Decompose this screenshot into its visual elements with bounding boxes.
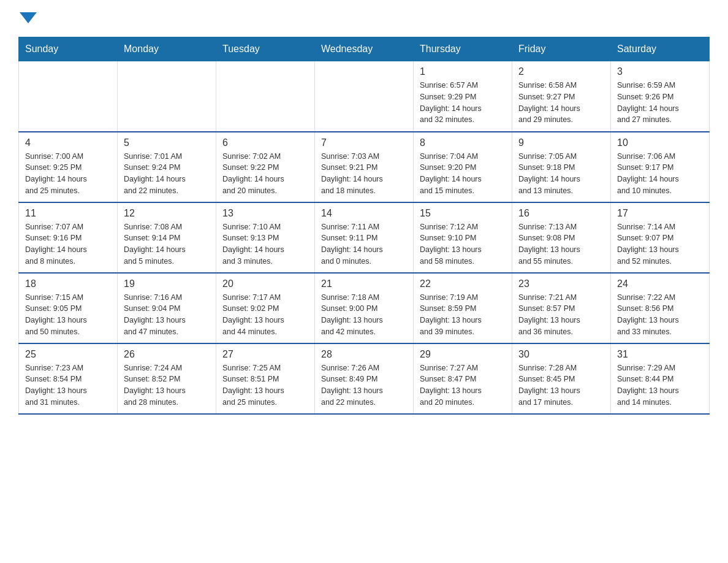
calendar-cell: 27Sunrise: 7:25 AM Sunset: 8:51 PM Dayli… (216, 343, 315, 414)
week-row-5: 25Sunrise: 7:23 AM Sunset: 8:54 PM Dayli… (19, 343, 710, 414)
day-number: 15 (420, 208, 506, 219)
day-number: 19 (124, 278, 210, 289)
calendar-cell: 7Sunrise: 7:03 AM Sunset: 9:21 PM Daylig… (315, 132, 414, 202)
day-info: Sunrise: 7:23 AM Sunset: 8:54 PM Dayligh… (25, 362, 111, 408)
day-number: 26 (124, 349, 210, 360)
day-number: 10 (617, 137, 703, 148)
day-number: 3 (617, 66, 703, 77)
day-info: Sunrise: 7:00 AM Sunset: 9:25 PM Dayligh… (25, 151, 111, 197)
calendar-cell: 17Sunrise: 7:14 AM Sunset: 9:07 PM Dayli… (611, 202, 710, 273)
calendar-cell: 12Sunrise: 7:08 AM Sunset: 9:14 PM Dayli… (118, 202, 216, 273)
calendar-cell: 19Sunrise: 7:16 AM Sunset: 9:04 PM Dayli… (118, 273, 216, 343)
calendar-cell: 4Sunrise: 7:00 AM Sunset: 9:25 PM Daylig… (19, 132, 118, 202)
calendar-cell: 23Sunrise: 7:21 AM Sunset: 8:57 PM Dayli… (512, 273, 611, 343)
calendar-table: SundayMondayTuesdayWednesdayThursdayFrid… (18, 37, 710, 415)
calendar-cell: 3Sunrise: 6:59 AM Sunset: 9:26 PM Daylig… (611, 61, 710, 132)
day-info: Sunrise: 7:11 AM Sunset: 9:11 PM Dayligh… (321, 221, 407, 267)
day-number: 25 (25, 349, 111, 360)
calendar-cell: 25Sunrise: 7:23 AM Sunset: 8:54 PM Dayli… (19, 343, 118, 414)
day-info: Sunrise: 7:02 AM Sunset: 9:22 PM Dayligh… (222, 151, 308, 197)
calendar-cell: 14Sunrise: 7:11 AM Sunset: 9:11 PM Dayli… (315, 202, 414, 273)
day-number: 20 (222, 278, 308, 289)
weekday-header-sunday: Sunday (19, 37, 118, 61)
day-number: 30 (518, 349, 604, 360)
weekday-header-wednesday: Wednesday (315, 37, 414, 61)
day-number: 4 (25, 137, 111, 148)
day-number: 23 (518, 278, 604, 289)
calendar-cell: 30Sunrise: 7:28 AM Sunset: 8:45 PM Dayli… (512, 343, 611, 414)
day-info: Sunrise: 7:28 AM Sunset: 8:45 PM Dayligh… (518, 362, 604, 408)
calendar-cell: 1Sunrise: 6:57 AM Sunset: 9:29 PM Daylig… (414, 61, 512, 132)
weekday-header-monday: Monday (118, 37, 216, 61)
calendar-cell: 13Sunrise: 7:10 AM Sunset: 9:13 PM Dayli… (216, 202, 315, 273)
day-number: 27 (222, 349, 308, 360)
day-info: Sunrise: 7:07 AM Sunset: 9:16 PM Dayligh… (25, 221, 111, 267)
day-number: 13 (222, 208, 308, 219)
calendar-cell (315, 61, 414, 132)
page-header (18, 12, 710, 25)
day-number: 8 (420, 137, 506, 148)
calendar-cell: 20Sunrise: 7:17 AM Sunset: 9:02 PM Dayli… (216, 273, 315, 343)
weekday-header-saturday: Saturday (611, 37, 710, 61)
day-number: 28 (321, 349, 407, 360)
day-number: 21 (321, 278, 407, 289)
day-number: 31 (617, 349, 703, 360)
calendar-cell: 10Sunrise: 7:06 AM Sunset: 9:17 PM Dayli… (611, 132, 710, 202)
day-info: Sunrise: 7:06 AM Sunset: 9:17 PM Dayligh… (617, 151, 703, 197)
day-info: Sunrise: 7:19 AM Sunset: 8:59 PM Dayligh… (420, 292, 506, 338)
calendar-cell: 28Sunrise: 7:26 AM Sunset: 8:49 PM Dayli… (315, 343, 414, 414)
day-info: Sunrise: 7:21 AM Sunset: 8:57 PM Dayligh… (518, 292, 604, 338)
day-number: 18 (25, 278, 111, 289)
calendar-cell: 11Sunrise: 7:07 AM Sunset: 9:16 PM Dayli… (19, 202, 118, 273)
calendar-cell: 5Sunrise: 7:01 AM Sunset: 9:24 PM Daylig… (118, 132, 216, 202)
day-info: Sunrise: 6:57 AM Sunset: 9:29 PM Dayligh… (420, 80, 506, 126)
day-number: 17 (617, 208, 703, 219)
day-info: Sunrise: 7:01 AM Sunset: 9:24 PM Dayligh… (124, 151, 210, 197)
day-info: Sunrise: 7:25 AM Sunset: 8:51 PM Dayligh… (222, 362, 308, 408)
day-number: 29 (420, 349, 506, 360)
day-number: 9 (518, 137, 604, 148)
day-number: 11 (25, 208, 111, 219)
calendar-cell: 24Sunrise: 7:22 AM Sunset: 8:56 PM Dayli… (611, 273, 710, 343)
calendar-cell: 29Sunrise: 7:27 AM Sunset: 8:47 PM Dayli… (414, 343, 512, 414)
calendar-header: SundayMondayTuesdayWednesdayThursdayFrid… (19, 37, 710, 61)
day-number: 12 (124, 208, 210, 219)
calendar-cell: 18Sunrise: 7:15 AM Sunset: 9:05 PM Dayli… (19, 273, 118, 343)
day-number: 22 (420, 278, 506, 289)
week-row-1: 1Sunrise: 6:57 AM Sunset: 9:29 PM Daylig… (19, 61, 710, 132)
day-info: Sunrise: 6:58 AM Sunset: 9:27 PM Dayligh… (518, 80, 604, 126)
week-row-4: 18Sunrise: 7:15 AM Sunset: 9:05 PM Dayli… (19, 273, 710, 343)
week-row-2: 4Sunrise: 7:00 AM Sunset: 9:25 PM Daylig… (19, 132, 710, 202)
calendar-cell: 31Sunrise: 7:29 AM Sunset: 8:44 PM Dayli… (611, 343, 710, 414)
calendar-cell: 26Sunrise: 7:24 AM Sunset: 8:52 PM Dayli… (118, 343, 216, 414)
calendar-cell: 15Sunrise: 7:12 AM Sunset: 9:10 PM Dayli… (414, 202, 512, 273)
day-number: 24 (617, 278, 703, 289)
weekday-header-friday: Friday (512, 37, 611, 61)
weekday-header-thursday: Thursday (414, 37, 512, 61)
day-number: 1 (420, 66, 506, 77)
day-number: 14 (321, 208, 407, 219)
calendar-cell: 22Sunrise: 7:19 AM Sunset: 8:59 PM Dayli… (414, 273, 512, 343)
week-row-3: 11Sunrise: 7:07 AM Sunset: 9:16 PM Dayli… (19, 202, 710, 273)
calendar-cell (118, 61, 216, 132)
day-info: Sunrise: 6:59 AM Sunset: 9:26 PM Dayligh… (617, 80, 703, 126)
logo-triangle-icon (20, 12, 37, 23)
day-info: Sunrise: 7:18 AM Sunset: 9:00 PM Dayligh… (321, 292, 407, 338)
day-info: Sunrise: 7:13 AM Sunset: 9:08 PM Dayligh… (518, 221, 604, 267)
day-info: Sunrise: 7:03 AM Sunset: 9:21 PM Dayligh… (321, 151, 407, 197)
calendar-cell: 21Sunrise: 7:18 AM Sunset: 9:00 PM Dayli… (315, 273, 414, 343)
day-info: Sunrise: 7:08 AM Sunset: 9:14 PM Dayligh… (124, 221, 210, 267)
calendar-cell: 2Sunrise: 6:58 AM Sunset: 9:27 PM Daylig… (512, 61, 611, 132)
calendar-cell: 9Sunrise: 7:05 AM Sunset: 9:18 PM Daylig… (512, 132, 611, 202)
day-info: Sunrise: 7:15 AM Sunset: 9:05 PM Dayligh… (25, 292, 111, 338)
day-info: Sunrise: 7:10 AM Sunset: 9:13 PM Dayligh… (222, 221, 308, 267)
day-info: Sunrise: 7:22 AM Sunset: 8:56 PM Dayligh… (617, 292, 703, 338)
logo (18, 12, 37, 25)
calendar-cell: 8Sunrise: 7:04 AM Sunset: 9:20 PM Daylig… (414, 132, 512, 202)
day-number: 5 (124, 137, 210, 148)
day-info: Sunrise: 7:16 AM Sunset: 9:04 PM Dayligh… (124, 292, 210, 338)
day-info: Sunrise: 7:17 AM Sunset: 9:02 PM Dayligh… (222, 292, 308, 338)
calendar-cell: 6Sunrise: 7:02 AM Sunset: 9:22 PM Daylig… (216, 132, 315, 202)
day-number: 7 (321, 137, 407, 148)
weekday-header-tuesday: Tuesday (216, 37, 315, 61)
